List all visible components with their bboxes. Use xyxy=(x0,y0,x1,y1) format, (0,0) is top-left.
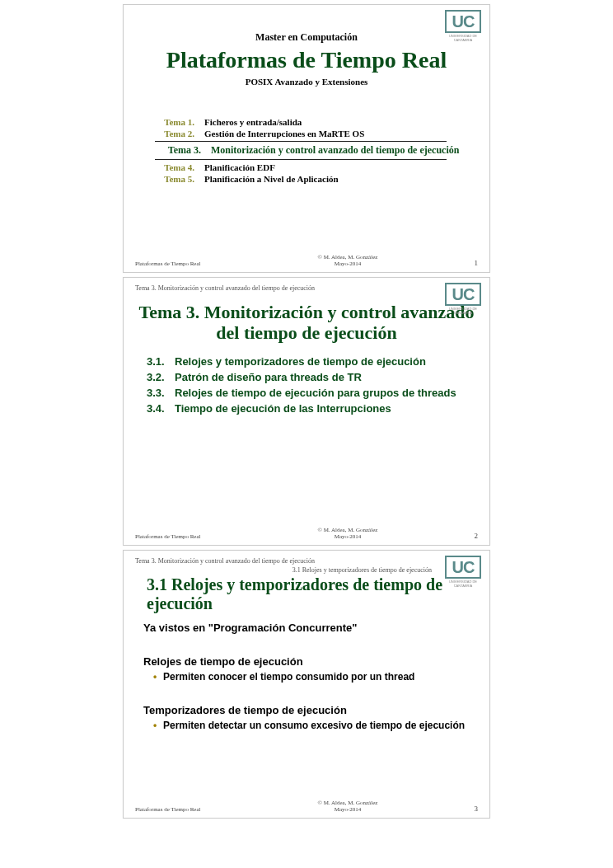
page-number: 1 xyxy=(461,259,478,267)
logo-subtext: UNIVERSIDAD DE CANTABRIA xyxy=(445,579,481,588)
toc-separator xyxy=(155,141,447,142)
breadcrumb-sub: 3.1 Relojes y temporizadores de tiempo d… xyxy=(135,566,478,574)
section-text: Relojes de tiempo de ejecución para grup… xyxy=(175,387,478,399)
bullet-icon: • xyxy=(153,671,163,683)
footer-date: Mayo-2014 xyxy=(335,533,362,540)
toc-row: Tema 4. Planificación EDF xyxy=(155,162,478,173)
bullet-icon: • xyxy=(153,720,163,731)
logo-subtext: UNIVERSIDAD DE CANTABRIA xyxy=(445,307,481,315)
logo-text: UC xyxy=(445,556,481,579)
logo: UC UNIVERSIDAD DE CANTABRIA xyxy=(445,556,481,588)
section-title: 3.1 Relojes y temporizadores de tiempo d… xyxy=(143,575,478,613)
footer-copyright: © M. Aldea, M. González xyxy=(318,800,378,806)
footer-left: Plataformas de Tiempo Real xyxy=(135,260,234,267)
toc-after: Tema 4. Planificación EDF Tema 5. Planif… xyxy=(155,162,478,185)
bullet-text: Permiten conocer el tiempo consumido por… xyxy=(163,671,478,683)
footer-date: Mayo-2014 xyxy=(335,806,362,813)
toc-num: Tema 3. xyxy=(155,144,211,157)
footer: Plataformas de Tiempo Real © M. Aldea, M… xyxy=(135,800,478,813)
footer-center: © M. Aldea, M. González Mayo-2014 xyxy=(234,527,461,540)
toc-highlight-wrap: Tema 3. Monitorización y control avanzad… xyxy=(155,143,478,157)
section-num: 3.2. xyxy=(147,371,175,383)
pretitle: Master en Computación xyxy=(135,31,478,44)
main-title: Plataformas de Tiempo Real xyxy=(135,47,478,73)
toc-num: Tema 4. xyxy=(155,162,204,172)
footer-copyright: © M. Aldea, M. González xyxy=(318,527,378,533)
section-num: 3.1. xyxy=(147,355,175,368)
heading-2: Temporizadores de tiempo de ejecución xyxy=(143,704,478,716)
slide-3: Tema 3. Monitorización y control avanzad… xyxy=(123,550,490,819)
section-text: Tiempo de ejecución de las Interrupcione… xyxy=(175,402,478,415)
toc-row: Tema 2. Gestión de Interrupciones en MaR… xyxy=(155,128,478,139)
toc-num: Tema 5. xyxy=(155,174,204,184)
toc-row: Tema 1. Ficheros y entrada/salida xyxy=(155,116,478,128)
footer-center: © M. Aldea, M. González Mayo-2014 xyxy=(234,800,461,813)
bullet-row: • Permiten detectar un consumo excesivo … xyxy=(153,720,478,731)
breadcrumb: Tema 3. Monitorización y control avanzad… xyxy=(135,284,478,292)
footer: Plataformas de Tiempo Real © M. Aldea, M… xyxy=(135,254,478,267)
footer-copyright: © M. Aldea, M. González xyxy=(318,254,378,260)
page-number: 3 xyxy=(461,805,478,813)
toc-row: Tema 5. Planificación a Nivel de Aplicac… xyxy=(155,173,478,185)
footer-left: Plataformas de Tiempo Real xyxy=(135,806,234,813)
toc-label: Gestión de Interrupciones en MaRTE OS xyxy=(204,129,478,138)
footer: Plataformas de Tiempo Real © M. Aldea, M… xyxy=(135,527,478,540)
bullet-text: Permiten detectar un consumo excesivo de… xyxy=(163,720,478,731)
logo: UC UNIVERSIDAD DE CANTABRIA xyxy=(445,283,481,315)
footer-center: © M. Aldea, M. González Mayo-2014 xyxy=(234,254,461,267)
breadcrumb: Tema 3. Monitorización y control avanzad… xyxy=(135,557,478,565)
section-text: Relojes y temporizadores de tiempo de ej… xyxy=(175,355,478,368)
toc-num: Tema 1. xyxy=(155,117,204,127)
toc-separator xyxy=(155,159,447,160)
logo-text: UC xyxy=(445,283,481,306)
bullet-row: • Permiten conocer el tiempo consumido p… xyxy=(153,671,478,683)
page-number: 2 xyxy=(461,532,478,540)
toc-num: Tema 2. xyxy=(155,129,204,138)
slide-2: Tema 3. Monitorización y control avanzad… xyxy=(123,277,490,546)
section-num: 3.3. xyxy=(147,387,175,399)
intro-text: Ya vistos en "Programación Concurrente" xyxy=(143,622,478,634)
section-text: Patrón de diseño para threads de TR xyxy=(175,371,478,383)
footer-date: Mayo-2014 xyxy=(335,260,362,267)
section-row: 3.2. Patrón de diseño para threads de TR xyxy=(147,371,478,383)
footer-left: Plataformas de Tiempo Real xyxy=(135,533,234,540)
section-row: 3.1. Relojes y temporizadores de tiempo … xyxy=(147,355,478,368)
toc-label: Monitorización y control avanzado del ti… xyxy=(211,144,478,157)
toc-label: Planificación EDF xyxy=(204,162,478,172)
slide-1: UC UNIVERSIDAD DE CANTABRIA Master en Co… xyxy=(123,4,490,273)
section-row: 3.4. Tiempo de ejecución de las Interrup… xyxy=(147,402,478,415)
subtitle: POSIX Avanzado y Extensiones xyxy=(135,77,478,87)
toc-row-highlight: Tema 3. Monitorización y control avanzad… xyxy=(155,143,478,157)
section-num: 3.4. xyxy=(147,402,175,415)
section-row: 3.3. Relojes de tiempo de ejecución para… xyxy=(147,387,478,399)
section-title-text: 3.1 Relojes y temporizadores de tiempo d… xyxy=(143,575,478,613)
toc: Tema 1. Ficheros y entrada/salida Tema 2… xyxy=(155,116,478,139)
section-list: 3.1. Relojes y temporizadores de tiempo … xyxy=(147,355,478,415)
logo: UC UNIVERSIDAD DE CANTABRIA xyxy=(445,10,481,42)
logo-subtext: UNIVERSIDAD DE CANTABRIA xyxy=(445,34,481,42)
toc-label: Planificación a Nivel de Aplicación xyxy=(204,174,478,184)
heading-1: Relojes de tiempo de ejecución xyxy=(143,655,478,668)
logo-text: UC xyxy=(445,10,481,33)
toc-label: Ficheros y entrada/salida xyxy=(204,117,478,127)
slide-title: Tema 3. Monitorización y control avanzad… xyxy=(135,302,478,344)
